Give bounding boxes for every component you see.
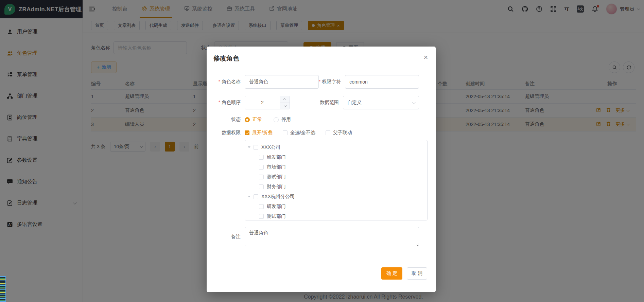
corner-thumbnail[interactable] xyxy=(0,276,6,302)
confirm-button[interactable]: 确 定 xyxy=(381,267,402,280)
edit-role-dialog: 修改角色 ✕ 角色名称 权限字符 角色顺序 数据范围 xyxy=(207,47,436,292)
perm-checkbox-3[interactable]: 父子联动 xyxy=(326,130,352,136)
dialog-title: 修改角色 xyxy=(213,55,239,62)
tree-node-parent[interactable]: XXX公司 xyxy=(245,142,427,152)
stepper-down-button[interactable] xyxy=(280,103,290,109)
tree-node-label: 财务部门 xyxy=(267,184,286,190)
radio-icon xyxy=(274,117,279,122)
tree-node-label: 测试部门 xyxy=(267,213,286,219)
checkbox-label: 展开/折叠 xyxy=(252,130,273,136)
data-scope-field-label: 数据范围 xyxy=(290,100,343,106)
caret-down-icon[interactable] xyxy=(248,196,250,197)
tree-node-child[interactable]: 市场部门 xyxy=(245,162,427,172)
radio-icon xyxy=(245,117,250,122)
dialog-footer: 确 定 取 消 xyxy=(207,267,436,280)
tree-node-parent[interactable]: XXX杭州分公司 xyxy=(245,192,427,201)
data-perm-field-label: 数据权限 xyxy=(207,130,245,136)
role-key-field[interactable] xyxy=(345,75,419,89)
tree-node-child[interactable]: 测试部门 xyxy=(245,172,427,182)
tree-node-child[interactable]: 测试部门 xyxy=(245,211,427,220)
app-root: V ZRAdmin.NET后台管理 用户管理角色管理菜单管理部门管理岗位管理字典… xyxy=(0,0,644,302)
status-field-label: 状态 xyxy=(207,117,245,123)
checkbox-icon[interactable] xyxy=(259,204,264,209)
cancel-button[interactable]: 取 消 xyxy=(407,267,427,280)
tree-node-label: XXX公司 xyxy=(261,144,280,150)
tree-node-label: XXX杭州分公司 xyxy=(261,194,295,200)
role-name-field[interactable] xyxy=(245,75,319,89)
department-tree: XXX公司研发部门市场部门测试部门财务部门XXX杭州分公司研发部门测试部门 xyxy=(245,140,428,220)
checkbox-icon[interactable] xyxy=(259,165,264,170)
checkbox-icon[interactable] xyxy=(259,184,264,189)
checkbox-icon[interactable] xyxy=(259,175,264,179)
chevron-down-icon xyxy=(412,101,416,104)
tree-node-label: 研发部门 xyxy=(267,154,286,160)
role-sort-field[interactable] xyxy=(245,96,280,109)
checkbox-icon[interactable] xyxy=(254,194,258,199)
perm-checkbox-1[interactable]: 展开/折叠 xyxy=(245,130,273,136)
chevron-up-icon xyxy=(283,98,285,101)
role-name-field-label: 角色名称 xyxy=(207,79,245,85)
status-radio-2[interactable]: 停用 xyxy=(274,117,291,123)
status-radio-1[interactable]: 正常 xyxy=(245,117,262,123)
tree-node-label: 市场部门 xyxy=(267,164,286,170)
remark-field[interactable]: 普通角色 xyxy=(245,227,419,246)
tree-node-label: 测试部门 xyxy=(267,174,286,180)
tree-node-child[interactable]: 财务部门 xyxy=(245,182,427,192)
chevron-down-icon xyxy=(284,104,286,107)
checkbox-icon[interactable] xyxy=(254,145,258,150)
role-key-field-label: 权限字符 xyxy=(319,79,345,85)
status-radio-group: 正常停用 xyxy=(245,117,291,123)
data-perm-checkbox-group: 展开/折叠全选/全不选父子联动 xyxy=(245,130,352,136)
role-sort-field-label: 角色顺序 xyxy=(207,100,245,106)
radio-label: 停用 xyxy=(281,117,291,123)
stepper-up-button[interactable] xyxy=(280,96,290,103)
checkbox-label: 全选/全不选 xyxy=(290,130,315,136)
caret-down-icon[interactable] xyxy=(248,146,250,148)
role-sort-stepper xyxy=(245,96,290,109)
dialog-body: 角色名称 权限字符 角色顺序 数据范围 自定义 xyxy=(207,63,436,246)
remark-field-label: 备注 xyxy=(207,234,245,240)
checkbox-icon xyxy=(326,130,330,135)
checkbox-icon[interactable] xyxy=(259,155,264,160)
tree-node-label: 研发部门 xyxy=(267,203,286,210)
close-icon[interactable]: ✕ xyxy=(423,55,428,60)
perm-checkbox-2[interactable]: 全选/全不选 xyxy=(283,130,315,136)
tree-node-child[interactable]: 研发部门 xyxy=(245,201,427,211)
checkbox-icon xyxy=(245,130,249,135)
dialog-header: 修改角色 ✕ xyxy=(207,47,436,63)
checkbox-icon xyxy=(283,130,288,135)
tree-node-child[interactable]: 研发部门 xyxy=(245,152,427,162)
checkbox-icon[interactable] xyxy=(259,214,264,219)
data-scope-select[interactable]: 自定义 xyxy=(343,96,419,109)
radio-label: 正常 xyxy=(253,117,262,123)
checkbox-label: 父子联动 xyxy=(333,130,352,136)
